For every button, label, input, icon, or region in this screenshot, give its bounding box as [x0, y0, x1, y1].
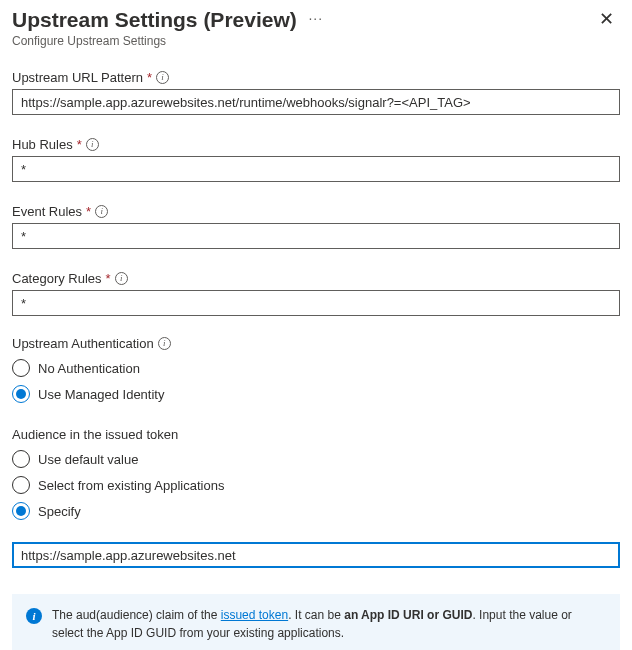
issued-token-link[interactable]: issued token — [221, 608, 288, 622]
radio-icon — [12, 450, 30, 468]
hub-input[interactable] — [12, 156, 620, 182]
radio-no-auth[interactable]: No Authentication — [12, 355, 620, 381]
category-input[interactable] — [12, 290, 620, 316]
radio-managed-identity[interactable]: Use Managed Identity — [12, 381, 620, 407]
field-hub-rules: Hub Rules * i — [12, 137, 620, 182]
info-note: i The aud(audience) claim of the issued … — [12, 594, 620, 650]
info-icon[interactable]: i — [115, 272, 128, 285]
auth-section-label: Upstream Authentication i — [12, 336, 620, 351]
required-mark: * — [106, 271, 111, 286]
radio-icon — [12, 502, 30, 520]
audience-section-label: Audience in the issued token — [12, 427, 620, 442]
radio-audience-default[interactable]: Use default value — [12, 446, 620, 472]
radio-icon — [12, 385, 30, 403]
radio-label: Select from existing Applications — [38, 478, 224, 493]
radio-icon — [12, 476, 30, 494]
panel-header: Upstream Settings (Preview) ··· Configur… — [12, 8, 620, 48]
page-subtitle: Configure Upstream Settings — [12, 34, 593, 48]
audience-input[interactable] — [12, 542, 620, 568]
note-text: The aud(audience) claim of the issued to… — [52, 606, 606, 642]
auth-radio-group: No Authentication Use Managed Identity — [12, 355, 620, 407]
audience-radio-group: Use default value Select from existing A… — [12, 446, 620, 524]
required-mark: * — [147, 70, 152, 85]
event-label: Event Rules — [12, 204, 82, 219]
radio-label: Specify — [38, 504, 81, 519]
radio-label: Use default value — [38, 452, 138, 467]
url-input[interactable] — [12, 89, 620, 115]
info-icon: i — [26, 608, 42, 624]
radio-audience-specify[interactable]: Specify — [12, 498, 620, 524]
info-icon[interactable]: i — [95, 205, 108, 218]
radio-label: Use Managed Identity — [38, 387, 164, 402]
radio-icon — [12, 359, 30, 377]
close-icon[interactable]: ✕ — [593, 8, 620, 30]
radio-label: No Authentication — [38, 361, 140, 376]
info-icon[interactable]: i — [158, 337, 171, 350]
required-mark: * — [86, 204, 91, 219]
url-label: Upstream URL Pattern — [12, 70, 143, 85]
field-event-rules: Event Rules * i — [12, 204, 620, 249]
field-category-rules: Category Rules * i — [12, 271, 620, 316]
category-label: Category Rules — [12, 271, 102, 286]
hub-label: Hub Rules — [12, 137, 73, 152]
info-icon[interactable]: i — [156, 71, 169, 84]
info-icon[interactable]: i — [86, 138, 99, 151]
field-upstream-url: Upstream URL Pattern * i — [12, 70, 620, 115]
radio-audience-existing[interactable]: Select from existing Applications — [12, 472, 620, 498]
more-actions-icon[interactable]: ··· — [308, 10, 323, 26]
page-title: Upstream Settings (Preview) — [12, 8, 297, 32]
required-mark: * — [77, 137, 82, 152]
event-input[interactable] — [12, 223, 620, 249]
